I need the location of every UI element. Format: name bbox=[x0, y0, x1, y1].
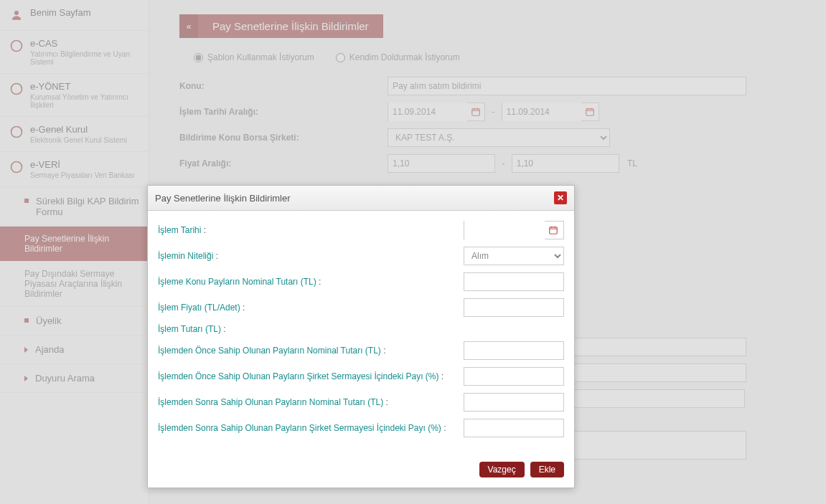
svg-rect-7 bbox=[550, 227, 558, 234]
input-dialog-fiyat[interactable] bbox=[464, 298, 564, 317]
select-dialog-niteligi[interactable]: Alım bbox=[464, 247, 564, 265]
dlabel-nominal-tutar: İşleme Konu Payların Nominal Tutarı (TL)… bbox=[158, 277, 460, 287]
input-dialog-nominal[interactable] bbox=[464, 272, 564, 291]
dlabel-islemin-niteligi: İşlemin Niteliği : bbox=[158, 251, 460, 261]
input-dialog-once-nominal[interactable] bbox=[464, 341, 564, 360]
input-dialog-sonra-nominal[interactable] bbox=[464, 393, 564, 412]
input-dialog-once-pay[interactable] bbox=[464, 367, 564, 386]
dialog-title: Pay Senetlerine İlişkin Bildirimler bbox=[155, 193, 291, 204]
dlabel-islem-tutari: İşlem Tutarı (TL) : bbox=[158, 324, 460, 334]
dialog-header: Pay Senetlerine İlişkin Bildirimler ✕ bbox=[148, 186, 574, 211]
dialog-body: İşlem Tarihi : İşlemin Niteliği : Alım İ… bbox=[148, 211, 574, 455]
dlabel-sonra-nominal: İşlemden Sonra Sahip Olunan Payların Nom… bbox=[158, 397, 460, 407]
close-icon[interactable]: ✕ bbox=[554, 191, 567, 204]
input-dialog-islem-tarihi[interactable] bbox=[464, 221, 545, 239]
calendar-icon[interactable] bbox=[545, 225, 562, 235]
dialog-pay-senetleri: Pay Senetlerine İlişkin Bildirimler ✕ İş… bbox=[147, 185, 575, 488]
dlabel-once-pay: İşlemden Önce Sahip Olunan Payların Şirk… bbox=[158, 371, 460, 381]
dlabel-once-nominal: İşlemden Önce Sahip Olunan Payların Nomi… bbox=[158, 346, 460, 356]
input-dialog-sonra-pay[interactable] bbox=[464, 419, 564, 437]
dlabel-islem-fiyati: İşlem Fiyatı (TL/Adet) : bbox=[158, 303, 460, 313]
dlabel-islem-tarihi: İşlem Tarihi : bbox=[158, 225, 460, 235]
cancel-button[interactable]: Vazgeç bbox=[479, 462, 525, 477]
dialog-date-wrap bbox=[464, 221, 564, 239]
dlabel-sonra-pay: İşlemden Sonra Sahip Olunan Payların Şir… bbox=[158, 423, 460, 433]
add-button[interactable]: Ekle bbox=[530, 462, 564, 477]
dialog-footer: Vazgeç Ekle bbox=[148, 455, 574, 488]
